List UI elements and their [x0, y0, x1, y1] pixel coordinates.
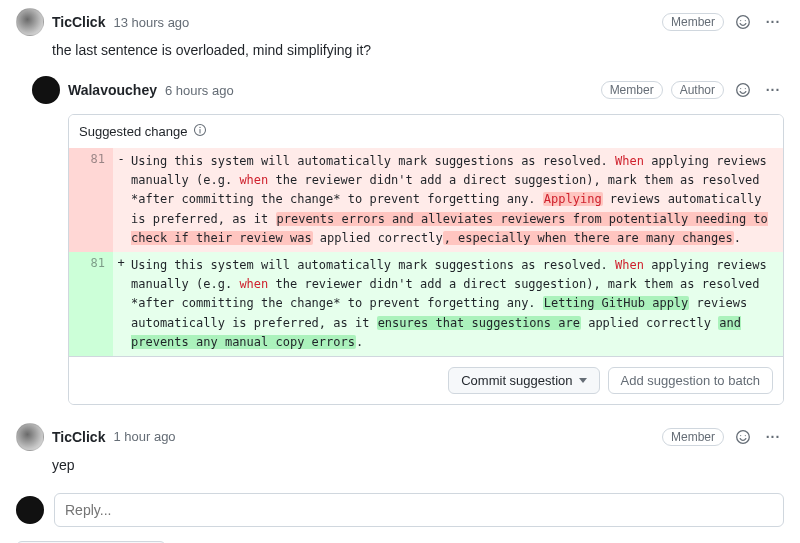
comment-time[interactable]: 6 hours ago — [165, 83, 234, 98]
add-suggestion-to-batch-button[interactable]: Add suggestion to batch — [608, 367, 774, 394]
comment: TicClick 1 hour ago Member ··· yep — [16, 423, 784, 483]
diff-marker-plus: + — [113, 252, 129, 356]
diff-marker-minus: - — [113, 148, 129, 252]
comment-time[interactable]: 13 hours ago — [113, 15, 189, 30]
diff-line-removed: 81 - Using this system will automaticall… — [69, 148, 783, 252]
avatar[interactable] — [16, 8, 44, 36]
suggested-change-header: Suggested change — [69, 115, 783, 148]
comment-author[interactable]: TicClick — [52, 14, 105, 30]
svg-point-8 — [737, 431, 750, 444]
comment-time[interactable]: 1 hour ago — [113, 429, 175, 444]
info-icon[interactable] — [193, 123, 207, 140]
comment: Walavouchey 6 hours ago Member Author ··… — [32, 76, 784, 415]
smiley-icon[interactable] — [732, 79, 754, 101]
svg-point-7 — [200, 127, 201, 128]
svg-point-1 — [740, 20, 741, 21]
svg-point-4 — [740, 88, 741, 89]
avatar[interactable] — [32, 76, 60, 104]
kebab-icon[interactable]: ··· — [762, 426, 784, 448]
avatar[interactable] — [16, 423, 44, 451]
comment-author[interactable]: TicClick — [52, 429, 105, 445]
role-badge-author: Author — [671, 81, 724, 99]
role-badge-member: Member — [662, 428, 724, 446]
comment-badges: Member ··· — [662, 426, 784, 448]
diff: 81 - Using this system will automaticall… — [69, 148, 783, 356]
svg-point-5 — [745, 88, 746, 89]
svg-point-3 — [737, 84, 750, 97]
comment-badges: Member Author ··· — [601, 79, 784, 101]
comment-header: TicClick 1 hour ago Member ··· — [16, 423, 784, 451]
comment: TicClick 13 hours ago Member ··· the las… — [16, 8, 784, 68]
smiley-icon[interactable] — [732, 426, 754, 448]
suggested-change-box: Suggested change 81 - Using this system … — [68, 114, 784, 405]
diff-code-added: Using this system will automatically mar… — [129, 252, 783, 356]
chevron-down-icon — [579, 378, 587, 383]
suggested-change-label: Suggested change — [79, 124, 187, 139]
smiley-icon[interactable] — [732, 11, 754, 33]
svg-point-0 — [737, 16, 750, 29]
commit-suggestion-label: Commit suggestion — [461, 373, 572, 388]
svg-point-10 — [745, 435, 746, 436]
comment-header: TicClick 13 hours ago Member ··· — [16, 8, 784, 36]
comment-body: Suggested change 81 - Using this system … — [32, 104, 784, 415]
comment-body: the last sentence is overloaded, mind si… — [16, 36, 784, 68]
role-badge-member: Member — [601, 81, 663, 99]
commit-suggestion-button[interactable]: Commit suggestion — [448, 367, 599, 394]
line-number: 81 — [69, 148, 113, 252]
comment-author[interactable]: Walavouchey — [68, 82, 157, 98]
kebab-icon[interactable]: ··· — [762, 79, 784, 101]
svg-point-2 — [745, 20, 746, 21]
role-badge-member: Member — [662, 13, 724, 31]
diff-line-added: 81 + Using this system will automaticall… — [69, 252, 783, 356]
reply-row — [16, 493, 784, 527]
comment-header: Walavouchey 6 hours ago Member Author ··… — [32, 76, 784, 104]
svg-point-9 — [740, 435, 741, 436]
reply-input[interactable] — [54, 493, 784, 527]
comment-badges: Member ··· — [662, 11, 784, 33]
kebab-icon[interactable]: ··· — [762, 11, 784, 33]
comment-body: yep — [16, 451, 784, 483]
suggestion-actions: Commit suggestion Add suggestion to batc… — [69, 356, 783, 404]
diff-code-removed: Using this system will automatically mar… — [129, 148, 783, 252]
avatar[interactable] — [16, 496, 44, 524]
batch-button-label: Add suggestion to batch — [621, 373, 761, 388]
line-number: 81 — [69, 252, 113, 356]
